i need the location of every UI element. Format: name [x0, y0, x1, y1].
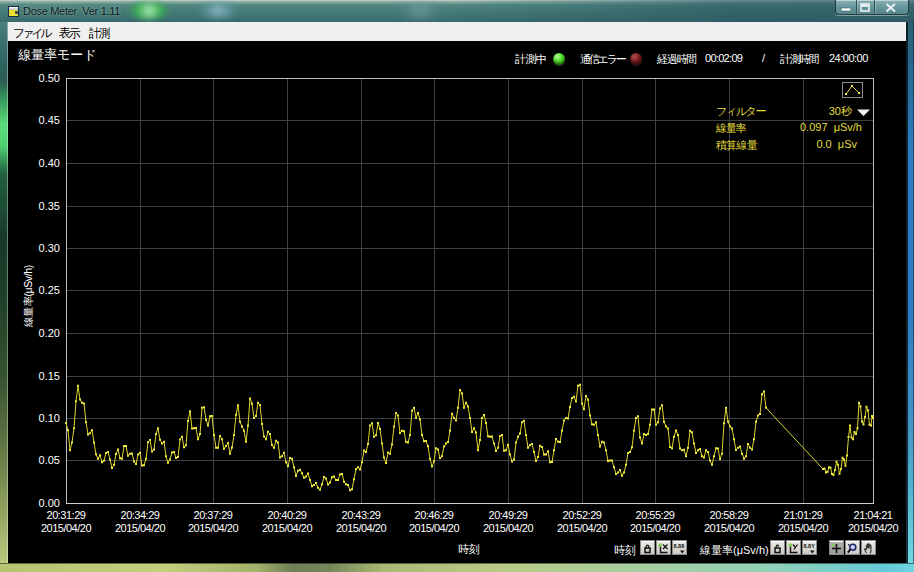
svg-text:8.8Y: 8.8Y — [804, 543, 816, 549]
svg-text:8.88: 8.88 — [674, 543, 685, 549]
